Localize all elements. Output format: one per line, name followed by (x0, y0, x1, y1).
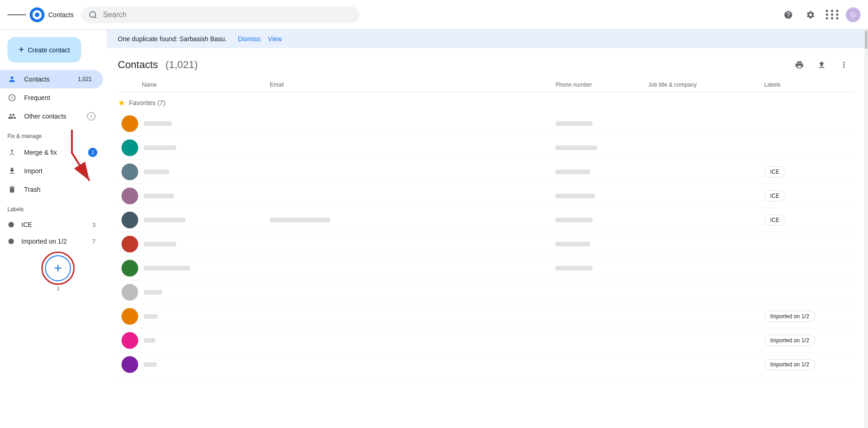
create-contact-label: Create contact (28, 46, 70, 54)
sidebar-item-imported[interactable]: Imported on 1/2 7 (0, 233, 103, 250)
section-fix-manage: Fix & manage (0, 126, 107, 143)
table-header: Name Email Phone number Job title & comp… (118, 78, 853, 92)
frequent-icon (7, 93, 17, 102)
top-bar: Contacts (0, 0, 868, 30)
table-row[interactable]: Imported on 1/2 (118, 304, 853, 328)
table-row[interactable] (118, 136, 853, 160)
phone-cell (552, 242, 645, 246)
avatar (121, 188, 138, 204)
info-icon[interactable]: i (87, 112, 96, 120)
contact-name-cell (118, 260, 266, 277)
label-chip: ICE (764, 190, 785, 201)
sidebar-item-import[interactable]: Import (0, 162, 103, 180)
merge-icon (7, 148, 17, 157)
phone-cell (552, 121, 645, 126)
col-name: Name (118, 82, 266, 88)
sidebar-item-contacts[interactable]: Contacts 1,021 (0, 70, 103, 88)
table-row[interactable]: ICE (118, 208, 853, 232)
avatar (121, 164, 138, 180)
app-name: Contacts (48, 11, 74, 19)
right-scrollbar[interactable] (864, 30, 868, 428)
frequent-label: Frequent (24, 94, 96, 101)
hamburger-menu[interactable] (7, 6, 26, 24)
table-row[interactable] (118, 232, 853, 256)
name-bar (144, 290, 162, 295)
table-row[interactable]: ICE (118, 160, 853, 184)
main-area: + Create contact Contacts 1,021 Frequent (0, 30, 868, 428)
other-contacts-label: Other contacts (24, 113, 80, 120)
app-logo: Contacts (30, 7, 74, 22)
more-options-button[interactable] (835, 56, 853, 74)
imported-dot (8, 239, 14, 244)
table-row[interactable]: Imported on 1/2 (118, 352, 853, 377)
contact-name-cell (118, 164, 266, 180)
logo-icon (30, 7, 45, 22)
search-input[interactable] (103, 11, 352, 19)
contact-name-cell (118, 356, 266, 373)
email-cell (266, 218, 552, 222)
contact-name-cell (118, 212, 266, 228)
section-labels: Labels (0, 199, 107, 216)
imported-label: Imported on 1/2 (21, 238, 85, 245)
settings-button[interactable] (801, 6, 820, 24)
name-bar (144, 242, 176, 246)
main-content: One duplicate found: Sarbasish Basu. Dis… (107, 30, 864, 428)
avatar (121, 212, 138, 228)
table-row[interactable] (118, 112, 853, 136)
col-job: Job title & company (645, 82, 760, 88)
more-icon (839, 60, 849, 69)
sidebar-item-ice[interactable]: ICE 3 (0, 216, 103, 233)
help-icon (784, 10, 793, 19)
sidebar-item-frequent[interactable]: Frequent (0, 88, 103, 107)
sidebar-item-other-contacts[interactable]: Other contacts i (0, 107, 103, 126)
name-bar (144, 362, 157, 367)
contacts-header: Contacts (1,021) (107, 48, 864, 78)
dismiss-button[interactable]: Dismiss (238, 35, 261, 43)
label-chip: ICE (764, 214, 785, 226)
avatar (121, 139, 138, 156)
avatar (121, 356, 138, 373)
col-labels: Labels (760, 82, 853, 88)
label-chip: Imported on 1/2 (764, 311, 815, 322)
phone-cell (552, 194, 645, 198)
name-bar (144, 145, 176, 150)
table-row[interactable]: ICE (118, 184, 853, 208)
search-bar[interactable] (81, 6, 359, 23)
contact-name-cell (118, 332, 266, 349)
print-button[interactable] (790, 56, 809, 74)
table-row[interactable] (118, 280, 853, 304)
avatar[interactable]: G (846, 7, 861, 22)
print-icon (795, 60, 804, 69)
labels-cell: Imported on 1/2 (760, 311, 853, 322)
view-button[interactable]: View (268, 35, 282, 43)
phone-cell (552, 266, 645, 271)
export-button[interactable] (812, 56, 831, 74)
label-chip: Imported on 1/2 (764, 335, 815, 346)
help-button[interactable] (779, 6, 798, 24)
avatar (121, 332, 138, 349)
sidebar-item-merge[interactable]: Merge & fix 2 (0, 143, 103, 162)
ice-count: 3 (92, 221, 96, 228)
svg-line-1 (95, 16, 96, 18)
scroll-thumb (865, 31, 868, 49)
avatar (121, 284, 138, 301)
create-contact-button[interactable]: + Create contact (7, 37, 81, 63)
label-chip: ICE (764, 166, 785, 177)
avatar (121, 236, 138, 252)
table-actions (790, 56, 853, 74)
sidebar-item-trash[interactable]: Trash (0, 180, 103, 199)
apps-button[interactable] (823, 6, 842, 24)
add-label-highlight-ring: + (41, 252, 75, 285)
col-email: Email (266, 82, 552, 88)
other-contacts-icon (7, 112, 17, 121)
import-icon (7, 166, 17, 176)
avatar (121, 260, 138, 277)
trash-label: Trash (24, 186, 96, 193)
table-row[interactable] (118, 256, 853, 280)
label-chip: Imported on 1/2 (764, 359, 815, 370)
name-bar (144, 338, 155, 343)
ice-label: ICE (21, 221, 85, 228)
add-label-button[interactable]: + (45, 255, 71, 281)
name-bar (144, 194, 174, 198)
table-row[interactable]: Imported on 1/2 (118, 328, 853, 352)
